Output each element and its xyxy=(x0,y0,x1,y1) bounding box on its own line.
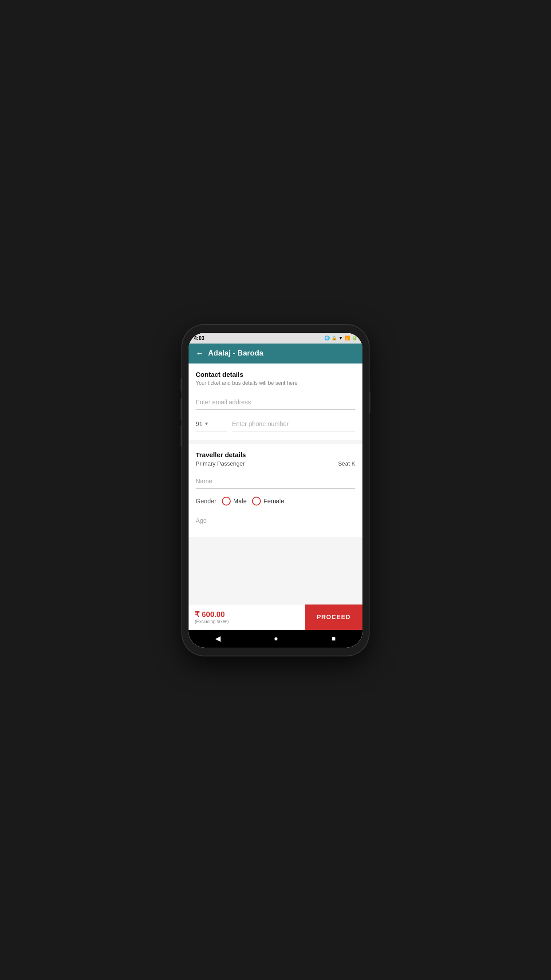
proceed-button[interactable]: PROCEED xyxy=(305,605,362,630)
contact-details-title: Contact details xyxy=(196,371,355,378)
phone-row: 91 ▼ xyxy=(196,417,355,431)
back-nav-icon[interactable]: ◀ xyxy=(215,634,220,643)
male-label: Male xyxy=(233,498,247,505)
traveller-header: Primary Passenger Seat K xyxy=(196,460,355,467)
world-icon: 🌐 xyxy=(324,336,330,340)
status-icons: 🌐 🔒 ▼ 📶 🔋 xyxy=(324,336,357,340)
currency-symbol: ₹ xyxy=(195,610,200,619)
traveller-details-title: Traveller details xyxy=(196,451,355,458)
seat-value: K xyxy=(351,460,355,467)
age-input[interactable] xyxy=(196,514,355,528)
country-code-selector[interactable]: 91 ▼ xyxy=(196,417,227,431)
seat-label: Seat xyxy=(338,460,350,467)
primary-passenger-label: Primary Passenger xyxy=(196,460,245,467)
gender-row: Gender Male Female xyxy=(196,497,355,506)
mute-button xyxy=(181,378,182,391)
power-button xyxy=(369,391,370,414)
wifi-icon: ▼ xyxy=(338,336,343,340)
country-code-value: 91 xyxy=(196,420,203,427)
phone-screen: 4:03 🌐 🔒 ▼ 📶 🔋 ← Adalaj - Baroda Contact… xyxy=(189,333,362,648)
seat-info: Seat K xyxy=(338,460,355,467)
recent-nav-icon[interactable]: ■ xyxy=(331,635,336,643)
contact-details-subtitle: Your ticket and bus details will be sent… xyxy=(196,380,355,386)
email-input[interactable] xyxy=(196,395,355,410)
app-bar-title: Adalaj - Baroda xyxy=(208,349,264,358)
scroll-content: Contact details Your ticket and bus deta… xyxy=(189,364,362,604)
female-label: Female xyxy=(264,498,284,505)
status-bar: 4:03 🌐 🔒 ▼ 📶 🔋 xyxy=(189,333,362,344)
traveller-details-section: Traveller details Primary Passenger Seat… xyxy=(189,444,362,537)
battery-icon: 🔋 xyxy=(352,336,357,340)
price-amount: ₹ 600.00 xyxy=(195,610,299,619)
name-input[interactable] xyxy=(196,474,355,489)
nav-bar: ◀ ● ■ xyxy=(189,630,362,648)
male-radio-circle xyxy=(222,497,231,506)
volume-down-button xyxy=(181,425,182,447)
price-value: 600.00 xyxy=(202,610,225,619)
price-tax-note: (Excluding taxes) xyxy=(195,619,299,624)
content-spacer xyxy=(189,541,362,567)
status-time: 4:03 xyxy=(194,335,205,341)
volume-up-button xyxy=(181,398,182,420)
signal-icon: 📶 xyxy=(345,336,350,340)
back-button[interactable]: ← xyxy=(196,349,204,358)
app-bar: ← Adalaj - Baroda xyxy=(189,344,362,364)
contact-details-section: Contact details Your ticket and bus deta… xyxy=(189,364,362,440)
bottom-bar: ₹ 600.00 (Excluding taxes) PROCEED xyxy=(189,604,362,630)
female-radio-circle xyxy=(252,497,261,506)
price-section: ₹ 600.00 (Excluding taxes) xyxy=(189,606,305,628)
female-radio-option[interactable]: Female xyxy=(252,497,284,506)
phone-frame: 4:03 🌐 🔒 ▼ 📶 🔋 ← Adalaj - Baroda Contact… xyxy=(182,325,369,656)
lock-icon: 🔒 xyxy=(331,336,337,340)
phone-input[interactable] xyxy=(232,417,355,431)
gender-label: Gender xyxy=(196,498,216,505)
dropdown-arrow-icon: ▼ xyxy=(205,421,209,426)
male-radio-option[interactable]: Male xyxy=(222,497,247,506)
home-nav-icon[interactable]: ● xyxy=(274,635,278,643)
